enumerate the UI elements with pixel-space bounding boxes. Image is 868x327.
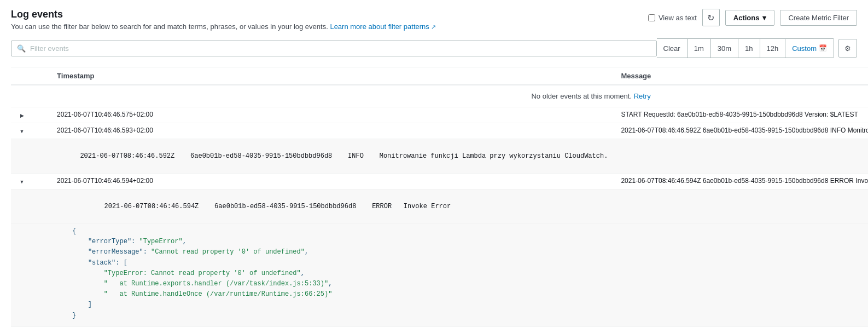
search-icon: 🔍 <box>17 44 26 53</box>
custom-button[interactable]: Custom 📅 <box>785 39 834 58</box>
expand-button[interactable] <box>18 177 26 186</box>
copy-cell: Copy <box>614 190 868 224</box>
filter-input[interactable] <box>30 44 651 53</box>
expanded-content-cell-left <box>11 190 50 224</box>
table-row: 2021-06-07T10:46:46.593+02:00 2021-06-07… <box>11 123 868 139</box>
time-controls: Clear 1m 30m 1h 12h Custom 📅 <box>657 38 834 58</box>
page-subtitle: You can use the filter bar below to sear… <box>11 22 436 31</box>
expand-cell <box>11 107 50 123</box>
refresh-icon: ↻ <box>707 13 714 23</box>
timestamp-cell: 2021-06-07T10:46:46.593+02:00 <box>50 123 614 139</box>
header: Log events You can use the filter bar be… <box>11 9 857 31</box>
log-table: Timestamp Message No older events at thi… <box>11 67 868 327</box>
12h-button[interactable]: 12h <box>760 39 785 58</box>
clear-button[interactable]: Clear <box>657 39 687 58</box>
no-older-events-cell: No older events at this moment. Retry <box>11 85 868 107</box>
expand-cell <box>11 174 50 190</box>
arrow-right-icon <box>20 112 24 118</box>
message-cell: 2021-06-07T08:46:46.592Z 6ae0b01b-ed58-4… <box>614 123 868 139</box>
expanded-content-cell: 2021-06-07T08:46:46.592Z 6ae0b01b-ed58-4… <box>11 139 614 174</box>
page-title: Log events <box>11 9 436 20</box>
create-metric-button[interactable]: Create Metric Filter <box>780 10 857 26</box>
learn-more-link[interactable]: Learn more about filter patterns <box>330 22 429 31</box>
timestamp-cell: 2021-06-07T10:46:46.594+02:00 <box>50 174 614 190</box>
expand-button[interactable] <box>18 127 26 135</box>
json-content: { "errorType": "TypeError", "errorMessag… <box>72 226 868 321</box>
expand-col-header <box>11 67 50 85</box>
json-content-cell: { "errorType": "TypeError", "errorMessag… <box>50 224 868 327</box>
message-cell: 2021-06-07T08:46:46.594Z 6ae0b01b-ed58-4… <box>614 174 868 190</box>
expand-cell <box>11 123 50 139</box>
view-as-text-checkbox[interactable] <box>648 14 655 21</box>
message-cell: START RequestId: 6ae0b01b-ed58-4035-9915… <box>614 107 868 123</box>
expanded-row: 2021-06-07T08:46:46.594Z 6ae0b01b-ed58-4… <box>11 190 868 224</box>
message-col-header: Message <box>614 67 868 85</box>
1m-button[interactable]: 1m <box>687 39 710 58</box>
calendar-icon: 📅 <box>819 44 827 52</box>
expanded-content-cell: 2021-06-07T08:46:46.594Z 6ae0b01b-ed58-4… <box>50 190 614 224</box>
arrow-down-icon <box>20 128 25 134</box>
table-row: 2021-06-07T10:46:46.594+02:00 2021-06-07… <box>11 174 868 190</box>
refresh-button[interactable]: ↻ <box>702 9 720 26</box>
header-right: View as text ↻ Actions ▾ Create Metric F… <box>648 9 857 26</box>
settings-button[interactable]: ⚙ <box>838 39 857 58</box>
30m-button[interactable]: 30m <box>710 39 738 58</box>
page-container: Log events You can use the filter bar be… <box>0 0 868 327</box>
table-row: 2021-06-07T10:46:46.575+02:00 START Requ… <box>11 107 868 123</box>
expand-button[interactable] <box>18 111 26 119</box>
external-link-icon: ↗ <box>431 24 436 30</box>
actions-button[interactable]: Actions ▾ <box>725 10 775 26</box>
chevron-down-icon: ▾ <box>762 14 766 22</box>
timestamp-cell: 2021-06-07T10:46:46.575+02:00 <box>50 107 614 123</box>
view-as-text-label[interactable]: View as text <box>648 14 697 22</box>
filter-input-container: 🔍 <box>11 41 657 56</box>
arrow-down-icon <box>20 179 25 185</box>
expanded-content: 2021-06-07T08:46:46.592Z 6ae0b01b-ed58-4… <box>33 141 608 171</box>
timestamp-col-header: Timestamp <box>50 67 614 85</box>
table-header-row: Timestamp Message <box>11 67 868 85</box>
retry-link[interactable]: Retry <box>634 92 651 100</box>
json-spacer-cell <box>11 224 50 327</box>
1h-button[interactable]: 1h <box>738 39 759 58</box>
copy-cell: Copy <box>614 139 868 174</box>
expanded-row: 2021-06-07T08:46:46.592Z 6ae0b01b-ed58-4… <box>11 139 868 174</box>
settings-icon: ⚙ <box>844 44 851 53</box>
header-left: Log events You can use the filter bar be… <box>11 9 436 31</box>
expanded-json-row: { "errorType": "TypeError", "errorMessag… <box>11 224 868 327</box>
expanded-summary: 2021-06-07T08:46:46.594Z 6ae0b01b-ed58-4… <box>57 192 608 221</box>
no-older-events-row: No older events at this moment. Retry <box>11 85 868 107</box>
filter-bar: 🔍 Clear 1m 30m 1h 12h Custom 📅 ⚙ <box>11 38 857 58</box>
